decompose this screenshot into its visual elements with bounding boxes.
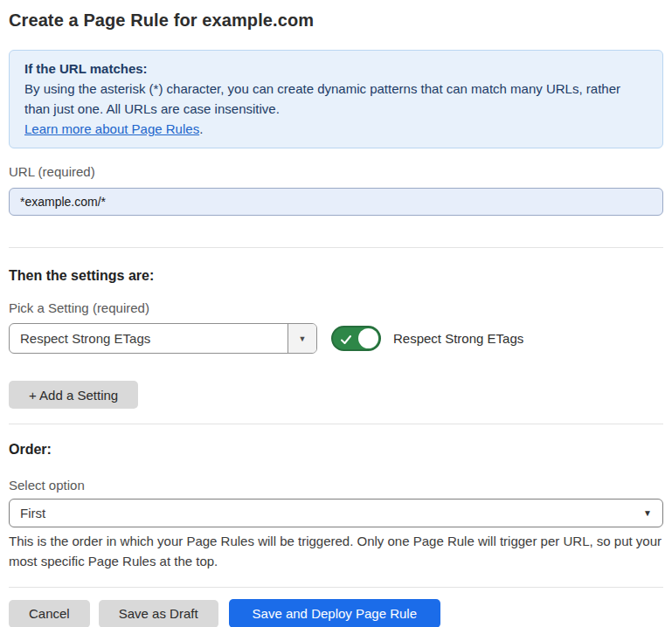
save-draft-button[interactable]: Save as Draft [99,600,218,627]
order-section-heading: Order: [9,441,663,458]
setting-row: Respect Strong ETags ▼ Respect Strong ET… [9,323,663,354]
url-field-label: URL (required) [9,163,663,181]
info-box-link-line: Learn more about Page Rules. [24,119,648,139]
url-input[interactable] [9,188,663,216]
toggle-knob [358,328,378,348]
link-suffix: . [199,121,203,136]
divider [9,587,663,588]
learn-more-link[interactable]: Learn more about Page Rules [24,121,199,136]
chevron-down-icon: ▼ [299,334,307,343]
info-box-body: By using the asterisk (*) character, you… [24,79,648,119]
add-setting-button[interactable]: + Add a Setting [9,381,138,409]
etags-toggle-label: Respect Strong ETags [393,331,523,346]
order-select-value: First [20,506,643,520]
setting-select[interactable]: Respect Strong ETags ▼ [9,323,317,354]
order-select[interactable]: First ▼ [9,499,663,527]
create-page-rule-form: Create a Page Rule for example.com If th… [0,0,672,627]
setting-select-value: Respect Strong ETags [10,324,288,353]
cancel-button[interactable]: Cancel [9,600,90,627]
setting-picker-label: Pick a Setting (required) [9,300,663,317]
order-select-label: Select option [9,477,663,494]
check-icon [340,334,352,346]
divider [9,247,663,248]
info-box-heading: If the URL matches: [24,59,648,79]
order-help-text: This is the order in which your Page Rul… [9,531,663,571]
chevron-down-icon: ▼ [643,508,652,518]
save-deploy-button[interactable]: Save and Deploy Page Rule [229,599,440,627]
page-title: Create a Page Rule for example.com [9,9,663,31]
url-match-info-box: If the URL matches: By using the asteris… [9,50,663,148]
footer-actions: Cancel Save as Draft Save and Deploy Pag… [9,599,663,627]
etags-toggle-group: Respect Strong ETags [331,326,523,351]
divider [9,424,663,424]
settings-section-heading: Then the settings are: [9,267,663,285]
setting-select-arrow-button[interactable]: ▼ [288,324,316,353]
etags-toggle[interactable] [331,326,381,351]
